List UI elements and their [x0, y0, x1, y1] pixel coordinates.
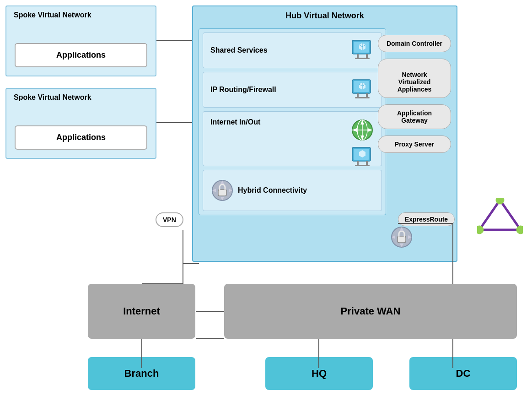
svg-rect-20 [366, 93, 368, 97]
shared-services-row: Shared Services [203, 33, 382, 68]
svg-rect-21 [355, 97, 370, 98]
expressroute-lock-container [390, 225, 414, 249]
network-virtualized-box: Network Virtualized Appliances [378, 59, 451, 98]
ip-routing-label: IP Routing/Firewall [210, 86, 350, 94]
hybrid-connectivity-row: Hybrid Connectivity [203, 170, 382, 211]
network-virtualized-label: Network Virtualized Appliances [398, 71, 432, 93]
expressroute-label: ExpressRoute [398, 212, 455, 226]
svg-rect-36 [357, 161, 359, 165]
vpn-label: VPN [156, 212, 183, 227]
private-wan-label: Private WAN [341, 305, 401, 317]
ip-routing-icon [350, 78, 374, 102]
dc-label: DC [456, 368, 471, 379]
spoke1-title: Spoke Virtual Network [14, 11, 91, 19]
spoke2-title: Spoke Virtual Network [14, 93, 91, 102]
svg-rect-42 [218, 190, 226, 196]
diagram: Spoke Virtual Network Applications Spoke… [0, 0, 532, 401]
vpn-lock-icon [210, 179, 234, 202]
spoke-vnet-1: Spoke Virtual Network Applications [5, 5, 156, 76]
internet-inout-label: Internet In/Out [210, 118, 350, 126]
domain-controller-label: Domain Controller [387, 40, 442, 47]
svg-rect-12 [355, 58, 370, 59]
application-gateway-box: Application Gateway [378, 104, 451, 129]
hq-box: HQ [265, 357, 373, 390]
hybrid-connectivity-label: Hybrid Connectivity [238, 186, 374, 195]
hub-title: Hub Virtual Network [285, 11, 364, 21]
shared-services-icon [350, 38, 374, 62]
expressroute-triangle [477, 198, 523, 234]
spoke-vnet-2: Spoke Virtual Network Applications [5, 88, 156, 159]
globe-icon [350, 118, 374, 142]
svg-rect-19 [357, 93, 359, 97]
internet-inout-row: Internet In/Out [203, 111, 382, 166]
branch-box: Branch [88, 357, 195, 390]
internet-monitor-icon [350, 146, 374, 169]
spoke2-app-label: Applications [56, 133, 106, 142]
private-wan-box: Private WAN [224, 284, 517, 339]
svg-point-54 [496, 198, 504, 204]
application-gateway-label: Application Gateway [397, 109, 432, 124]
hq-label: HQ [312, 368, 327, 379]
ip-routing-row: IP Routing/Firewall [203, 72, 382, 108]
proxy-server-label: Proxy Server [395, 141, 434, 148]
internet-box: Internet [88, 284, 195, 339]
svg-rect-10 [357, 54, 359, 58]
svg-rect-48 [398, 236, 406, 243]
spoke1-app-box: Applications [15, 43, 147, 67]
svg-point-56 [477, 226, 484, 234]
spoke1-app-label: Applications [56, 50, 106, 60]
svg-marker-53 [479, 200, 521, 230]
svg-point-55 [516, 226, 523, 234]
svg-rect-38 [355, 165, 370, 166]
domain-controller-box: Domain Controller [378, 35, 451, 52]
svg-rect-37 [366, 161, 368, 165]
shared-services-label: Shared Services [210, 46, 350, 54]
hub-inner-panel: Shared Services IP Routing/Firewa [199, 28, 386, 215]
hub-right-labels: Domain Controller Network Virtualized Ap… [378, 28, 451, 153]
spoke2-app-box: Applications [15, 125, 147, 150]
expressroute-lock-icon [390, 225, 414, 249]
branch-label: Branch [124, 368, 159, 379]
dc-box: DC [409, 357, 517, 390]
internet-label: Internet [123, 305, 160, 317]
svg-rect-11 [366, 54, 368, 58]
proxy-server-box: Proxy Server [378, 135, 451, 153]
